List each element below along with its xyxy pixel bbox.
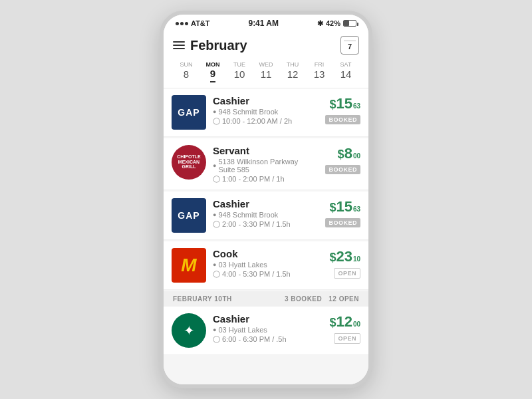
job-location-text-2: 5138 Wilkinson Parkway Suite 585 xyxy=(218,158,307,174)
day-sun-label: SUN xyxy=(180,61,192,68)
gap-logo: GAP xyxy=(172,95,206,130)
header-title-row: February xyxy=(173,38,247,53)
location-icon-3: ● xyxy=(213,211,216,218)
job-time-text-4: 4:00 - 5:30 PM / 1.5h xyxy=(222,270,291,278)
job-location-3: ● 948 Schmitt Brook xyxy=(213,211,307,219)
job-list: GAP Cashier ● 948 Schmitt Brook ◯ 10:00 … xyxy=(164,88,368,385)
day-sat[interactable]: SAT 14 xyxy=(334,60,358,84)
day-thu[interactable]: THU 12 xyxy=(281,60,305,84)
day-mon-label: MON xyxy=(206,61,220,68)
header: February 7 SUN 8 MON 9 TUE 10 WED 11 xyxy=(164,31,368,88)
job-info-5: Cashier ● 03 Hyatt Lakes ◯ 6:00 - 6:30 P… xyxy=(213,313,307,343)
job-info-2: Servant ● 5138 Wilkinson Parkway Suite 5… xyxy=(213,145,307,183)
day-sat-num: 14 xyxy=(340,68,352,80)
calendar-day: 7 xyxy=(348,43,352,51)
signal-icon xyxy=(176,22,188,25)
job-location-1: ● 948 Schmitt Brook xyxy=(213,108,307,116)
job-card-2[interactable]: CHIPOTLEMEXICANGRILL Servant ● 5138 Wilk… xyxy=(164,138,368,190)
price-int-2: 8 xyxy=(344,145,352,162)
job-location-text-4: 03 Hyatt Lakes xyxy=(218,261,267,269)
day-wed[interactable]: WED 11 xyxy=(254,60,278,84)
status-right: ✱ 42% xyxy=(317,19,356,28)
location-icon-5: ● xyxy=(213,327,216,333)
job-time-text-5: 6:00 - 6:30 PM / .5h xyxy=(222,335,287,343)
job-info-3: Cashier ● 948 Schmitt Brook ◯ 2:00 - 3:3… xyxy=(213,198,307,228)
day-fri-label: FRI xyxy=(315,61,325,68)
divider-date: FEBRUARY 10TH xyxy=(173,295,232,303)
job-card-5[interactable]: ✦ Cashier ● 03 Hyatt Lakes ◯ 6:00 - 6:30… xyxy=(164,307,368,355)
job-info-4: Cook ● 03 Hyatt Lakes ◯ 4:00 - 5:30 PM /… xyxy=(213,248,307,278)
job-time-2: ◯ 1:00 - 2:00 PM / 1h xyxy=(213,175,307,183)
job-badge-2: BOOKED xyxy=(325,165,360,174)
status-bar: AT&T 9:41 AM ✱ 42% xyxy=(164,15,368,31)
header-top: February 7 xyxy=(173,36,359,55)
job-location-text-5: 03 Hyatt Lakes xyxy=(218,326,267,334)
job-price-2: $ 8 00 BOOKED xyxy=(314,145,360,174)
job-price-3: $ 15 63 BOOKED xyxy=(314,198,360,227)
divider-open: 12 OPEN xyxy=(329,295,359,303)
calendar-icon[interactable]: 7 xyxy=(340,36,359,55)
job-location-2: ● 5138 Wilkinson Parkway Suite 585 xyxy=(213,158,307,174)
job-price-1: $ 15 63 BOOKED xyxy=(314,95,360,124)
location-icon-2: ● xyxy=(213,162,216,169)
battery-label: 42% xyxy=(326,19,340,27)
time-label: 9:41 AM xyxy=(248,19,279,28)
job-card-1[interactable]: GAP Cashier ● 948 Schmitt Brook ◯ 10:00 … xyxy=(164,88,368,137)
job-badge-5: OPEN xyxy=(334,333,360,344)
day-mon-num: 9 xyxy=(210,68,215,82)
job-title-5: Cashier xyxy=(213,313,307,325)
job-time-3: ◯ 2:00 - 3:30 PM / 1.5h xyxy=(213,220,307,228)
price-dec-3: 63 xyxy=(353,206,360,213)
day-selector: SUN 8 MON 9 TUE 10 WED 11 THU 12 FRI 13 xyxy=(173,60,359,88)
job-time-5: ◯ 6:00 - 6:30 PM / .5h xyxy=(213,335,307,343)
price-dec-2: 00 xyxy=(353,153,360,160)
day-thu-num: 12 xyxy=(287,68,299,80)
job-price-5: $ 12 00 OPEN xyxy=(314,313,360,344)
job-time-4: ◯ 4:00 - 5:30 PM / 1.5h xyxy=(213,270,307,278)
day-wed-num: 11 xyxy=(261,68,272,80)
location-icon-4: ● xyxy=(213,261,216,268)
job-card-3[interactable]: GAP Cashier ● 948 Schmitt Brook ◯ 2:00 -… xyxy=(164,192,368,240)
job-location-text-3: 948 Schmitt Brook xyxy=(218,211,278,219)
job-location-text-1: 948 Schmitt Brook xyxy=(218,108,278,116)
job-location-4: ● 03 Hyatt Lakes xyxy=(213,261,307,269)
job-info-1: Cashier ● 948 Schmitt Brook ◯ 10:00 - 12… xyxy=(213,95,307,125)
price-int-1: 15 xyxy=(336,95,352,112)
clock-icon-5: ◯ xyxy=(213,335,220,342)
job-location-5: ● 03 Hyatt Lakes xyxy=(213,326,307,334)
day-fri[interactable]: FRI 13 xyxy=(307,60,331,84)
starbucks-logo: ✦ xyxy=(172,313,206,348)
chipotle-logo: CHIPOTLEMEXICANGRILL xyxy=(172,145,206,180)
day-tue[interactable]: TUE 10 xyxy=(227,60,251,84)
day-wed-label: WED xyxy=(259,61,273,68)
status-left: AT&T xyxy=(176,19,210,27)
price-dec-5: 00 xyxy=(353,321,360,328)
price-int-5: 12 xyxy=(336,313,352,331)
job-badge-3: BOOKED xyxy=(325,218,360,227)
price-dec-1: 63 xyxy=(353,103,360,110)
day-tue-label: TUE xyxy=(233,61,245,68)
job-title-4: Cook xyxy=(213,248,307,259)
day-thu-label: THU xyxy=(287,61,299,68)
job-badge-1: BOOKED xyxy=(325,115,360,124)
clock-icon-2: ◯ xyxy=(213,175,220,182)
job-title-1: Cashier xyxy=(213,95,307,106)
job-card-4[interactable]: M Cook ● 03 Hyatt Lakes ◯ 4:00 - 5:30 PM… xyxy=(164,241,368,290)
bluetooth-icon: ✱ xyxy=(317,19,323,28)
battery-icon xyxy=(343,20,356,27)
price-dec-4: 10 xyxy=(353,256,360,263)
clock-icon-1: ◯ xyxy=(213,117,220,124)
day-mon[interactable]: MON 9 xyxy=(201,60,225,84)
phone-frame: AT&T 9:41 AM ✱ 42% February 7 xyxy=(160,11,372,388)
page-title: February xyxy=(190,38,247,53)
section-divider: FEBRUARY 10TH 3 BOOKED 12 OPEN xyxy=(164,291,368,307)
menu-button[interactable] xyxy=(173,41,185,49)
day-sun-num: 8 xyxy=(184,68,189,80)
job-time-text-1: 10:00 - 12:00 AM / 2h xyxy=(222,117,292,125)
divider-booked: 3 BOOKED xyxy=(285,295,322,303)
day-sun[interactable]: SUN 8 xyxy=(174,60,198,84)
day-fri-num: 13 xyxy=(314,68,325,80)
job-title-2: Servant xyxy=(213,145,307,156)
clock-icon-4: ◯ xyxy=(213,270,220,277)
divider-badges: 3 BOOKED 12 OPEN xyxy=(285,295,359,303)
